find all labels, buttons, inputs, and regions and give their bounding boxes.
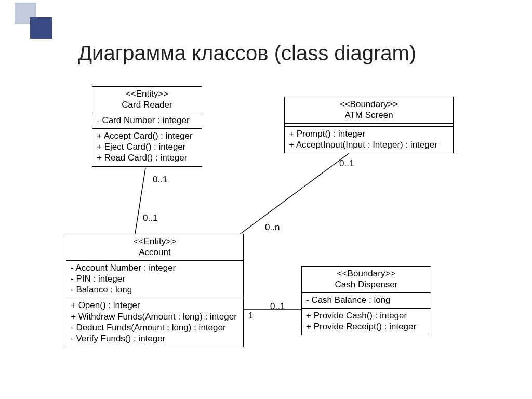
attribute: - Card Number : integer [97,115,197,126]
stereotype: <<Boundary>> [289,99,449,110]
operations: + Accept Card() : integer + Eject Card()… [92,128,202,166]
attributes: - Card Number : integer [92,113,202,128]
operation: - Verify Funds() : integer [71,333,239,344]
attribute: - Balance : long [71,284,239,295]
operation: + Accept Card() : integer [97,130,197,141]
class-diagram: <<Entity>> Card Reader - Card Number : i… [0,0,532,399]
multiplicity: 0..1 [143,213,157,223]
attribute: - Account Number : integer [71,262,239,273]
attribute: - Cash Balance : long [306,295,427,305]
class-account: <<Entity>> Account - Account Number : in… [66,234,244,347]
class-atm-screen: <<Boundary>> ATM Screen + Prompt() : int… [284,97,454,153]
operation: + Prompt() : integer [289,128,449,139]
operation: + Read Card() : integer [97,152,197,163]
attributes: - Account Number : integer - PIN : integ… [66,260,243,298]
class-cash-dispenser: <<Boundary>> Cash Dispenser - Cash Balan… [301,266,431,335]
attribute: - PIN : integer [71,273,239,284]
class-name: ATM Screen [289,110,449,121]
stereotype: <<Entity>> [97,88,197,99]
class-name: Account [71,247,239,258]
operation: - Deduct Funds(Amount : long) : integer [71,322,239,333]
svg-line-0 [135,168,145,234]
class-card-reader: <<Entity>> Card Reader - Card Number : i… [92,86,202,167]
operation: + Open() : integer [71,300,239,311]
class-name: Card Reader [97,99,197,110]
operation: + Withdraw Funds(Amount : long) : intege… [71,311,239,322]
multiplicity: 0..1 [153,175,167,185]
multiplicity: 1 [248,311,253,321]
multiplicity: 0..1 [270,301,285,312]
operation: + Eject Card() : integer [97,141,197,152]
operations: + Provide Cash() : integer + Provide Rec… [302,308,431,335]
multiplicity: 0..1 [339,158,354,169]
operation: + Provide Receipt() : integer [306,321,427,332]
multiplicity: 0..n [265,222,280,233]
operation: + AcceptInput(Input : Integer) : integer [289,139,449,150]
operations: + Open() : integer + Withdraw Funds(Amou… [66,298,243,347]
operations: + Prompt() : integer + AcceptInput(Input… [285,126,453,153]
attributes: - Cash Balance : long [302,292,431,308]
stereotype: <<Boundary>> [306,268,427,279]
class-name: Cash Dispenser [306,279,427,290]
operation: + Provide Cash() : integer [306,310,427,321]
stereotype: <<Entity>> [71,236,239,247]
